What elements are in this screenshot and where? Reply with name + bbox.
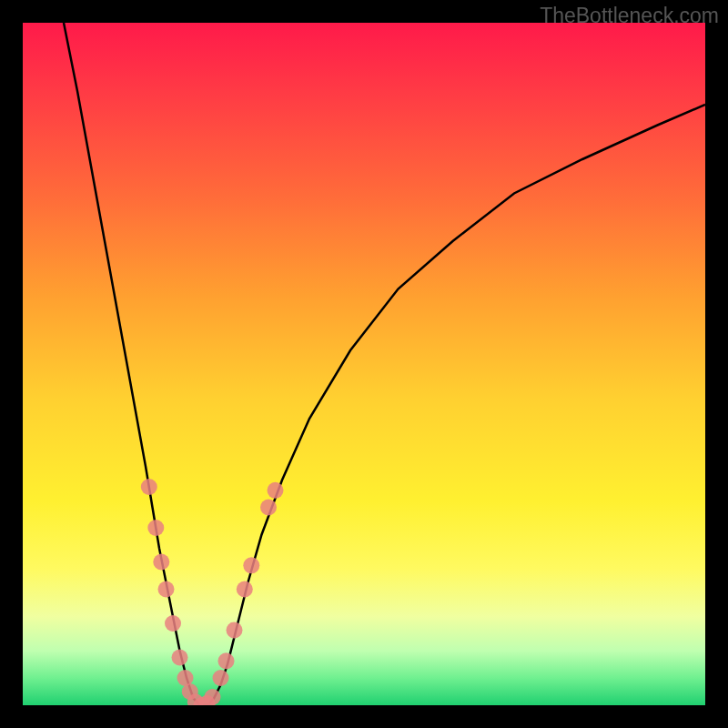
chart-background (23, 23, 705, 705)
watermark-text: TheBottleneck.com (540, 4, 719, 28)
